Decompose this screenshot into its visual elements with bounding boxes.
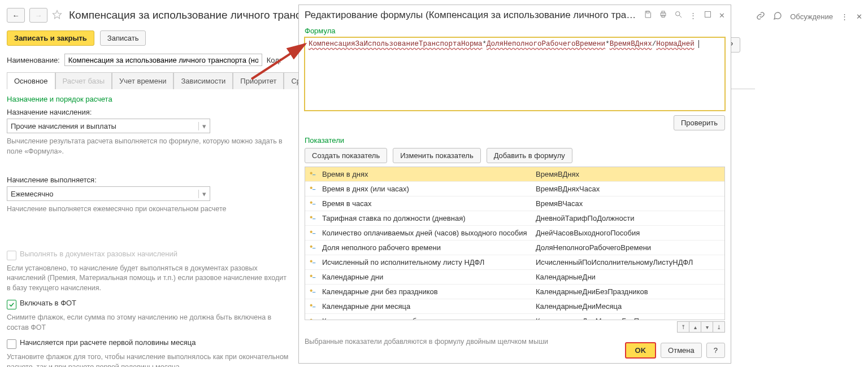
svg-rect-3 (662, 11, 665, 13)
close-window-icon[interactable]: ✕ (856, 12, 862, 21)
svg-line-6 (679, 15, 682, 18)
svg-point-22 (310, 274, 313, 277)
svg-rect-2 (661, 13, 666, 16)
indicator-id: ИсчисленныйПоИсполнительномуЛистуНДФЛ (536, 258, 724, 266)
indicator-id: ДневнойТарифПоДолжности (536, 214, 724, 222)
indicator-name: Календарные дни месяца без праздников (320, 317, 536, 320)
kebab-icon[interactable]: ⋮ (689, 11, 697, 20)
indicator-icon (305, 244, 320, 252)
svg-point-12 (310, 201, 313, 203)
grid-nav-down[interactable]: ▾ (701, 321, 713, 333)
chk-first-half[interactable] (7, 339, 16, 349)
chk-fot[interactable] (7, 300, 16, 309)
code-label: Код: (267, 56, 281, 64)
grid-nav-first[interactable]: ⤒ (677, 321, 689, 333)
svg-rect-21 (313, 263, 315, 263)
svg-rect-13 (313, 204, 315, 204)
ok-button[interactable]: OK (625, 342, 657, 359)
svg-point-24 (310, 289, 313, 291)
chk-onetime-label: Выполнять в документах разовых начислени… (20, 250, 177, 258)
kebab-icon[interactable]: ⋮ (841, 12, 848, 21)
exec-label: Начисление выполняется: (7, 176, 289, 184)
indicator-name: Доля неполного рабочего времени (320, 243, 536, 252)
discussion-label[interactable]: Обсуждение (790, 12, 833, 21)
svg-point-10 (310, 186, 313, 189)
chevron-down-icon: ▾ (198, 122, 206, 130)
exec-value: Ежемесячно (11, 190, 54, 198)
indicator-icon (305, 171, 320, 178)
svg-point-16 (310, 230, 313, 233)
nav-forward-button: → (29, 8, 47, 23)
close-icon[interactable]: ✕ (719, 11, 725, 20)
indicators-grid[interactable]: Время в дняхВремяВДняхВремя в днях (или … (305, 167, 725, 320)
write-button[interactable]: Записать (100, 30, 146, 46)
indicator-icon (305, 259, 320, 266)
indicator-id: ВремяВДняхЧасах (536, 185, 724, 193)
svg-point-8 (310, 172, 313, 174)
indicator-name: Количество оплачиваемых дней (часов) вых… (320, 229, 536, 237)
svg-rect-17 (313, 233, 315, 234)
indicator-icon (305, 303, 320, 311)
print-icon[interactable] (659, 10, 667, 20)
indicator-id: КалендарныеДниБезПраздников (536, 287, 724, 296)
indicator-row[interactable]: Исчисленный по исполнительному листу НДФ… (305, 255, 724, 270)
indicator-name: Календарные дни (320, 273, 536, 281)
formula-input[interactable]: КомпенсацияЗаИспользованиеТранспортаНорм… (305, 37, 725, 111)
check-formula-button[interactable]: Проверить (674, 115, 725, 130)
chat-icon[interactable] (773, 11, 782, 22)
name-input[interactable] (64, 54, 262, 66)
purpose-label: Назначение начисления: (7, 108, 289, 116)
edit-indicator-button[interactable]: Изменить показатель (393, 148, 480, 163)
svg-marker-0 (53, 10, 62, 18)
create-indicator-button[interactable]: Создать показатель (305, 148, 387, 163)
indicator-row[interactable]: Календарные дни без праздниковКалендарны… (305, 285, 724, 299)
write-close-button[interactable]: Записать и закрыть (7, 30, 94, 46)
tab-deps[interactable]: Зависимости (173, 72, 233, 89)
star-icon[interactable] (52, 10, 62, 21)
cancel-button[interactable]: Отмена (661, 343, 702, 358)
tab-priority[interactable]: Приоритет (233, 72, 284, 89)
svg-rect-19 (313, 248, 315, 248)
chk-onetime (7, 251, 16, 260)
exec-select[interactable]: Ежемесячно ▾ (7, 186, 210, 201)
indicator-id: КалендарныеДни (536, 273, 724, 281)
link-icon[interactable] (756, 11, 765, 22)
svg-point-28 (310, 318, 313, 320)
tab-main[interactable]: Основное (7, 72, 55, 89)
indicator-row[interactable]: Тарифная ставка по должности (дневная)Дн… (305, 211, 724, 226)
formula-editor-dialog: Редактирование формулы (Компенсация за и… (298, 5, 731, 364)
indicator-row[interactable]: Время в днях (или часах)ВремяВДняхЧасах (305, 182, 724, 196)
add-to-formula-button[interactable]: Добавить в формулу (487, 148, 572, 163)
svg-rect-23 (313, 277, 315, 278)
exec-hint: Начисление выполняется ежемесячно при ок… (7, 204, 289, 215)
chevron-down-icon: ▾ (198, 190, 206, 198)
indicators-label: Показатели (305, 136, 725, 145)
indicator-row[interactable]: Календарные дни месяца без праздниковКал… (305, 314, 724, 320)
svg-point-20 (310, 260, 313, 262)
save-icon[interactable] (644, 10, 652, 20)
svg-rect-25 (313, 292, 315, 292)
chk-fot-label: Включать в ФОТ (20, 299, 76, 307)
indicator-name: Исчисленный по исполнительному листу НДФ… (320, 258, 536, 266)
indicator-row[interactable]: Количество оплачиваемых дней (часов) вых… (305, 226, 724, 241)
indicator-row[interactable]: Календарные дниКалендарныеДни (305, 270, 724, 285)
indicator-name: Время в днях (или часах) (320, 185, 536, 193)
section-title: Назначение и порядок расчета (7, 95, 289, 103)
svg-point-14 (310, 216, 313, 218)
nav-back-button[interactable]: ← (7, 8, 25, 23)
indicator-row[interactable]: Доля неполного рабочего времениДоляНепол… (305, 241, 724, 255)
svg-point-18 (310, 245, 313, 247)
purpose-select[interactable]: Прочие начисления и выплаты ▾ (7, 119, 210, 133)
indicator-row[interactable]: Время в дняхВремяВДнях (305, 167, 724, 182)
search-icon[interactable] (674, 10, 683, 20)
indicator-row[interactable]: Время в часахВремяВЧасах (305, 196, 724, 211)
tab-time[interactable]: Учет времени (112, 72, 173, 89)
maximize-icon[interactable] (704, 10, 712, 20)
indicator-id: ВремяВДнях (536, 170, 724, 178)
chk2-hint: Снимите флажок, если сумма по этому начи… (7, 313, 289, 333)
grid-nav-last[interactable]: ⤓ (713, 321, 725, 333)
grid-nav-up[interactable]: ▴ (689, 321, 701, 333)
indicator-icon (305, 317, 320, 321)
modal-help-button[interactable]: ? (706, 343, 725, 358)
indicator-row[interactable]: Календарные дни месяцаКалендарныеДниМеся… (305, 299, 724, 314)
